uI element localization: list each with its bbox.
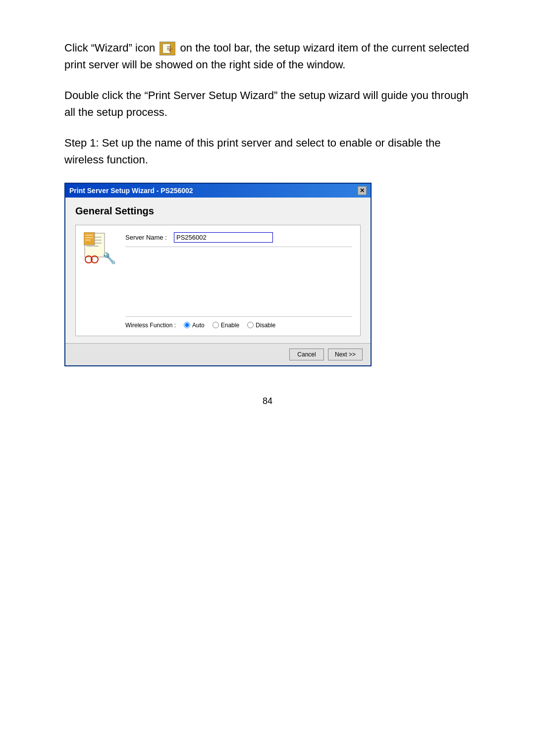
step1-label: Step 1: Set up the name of this print se… [64, 137, 440, 166]
dialog-title: Print Server Setup Wizard - PS256002 [69, 187, 193, 195]
wireless-auto-radio[interactable] [184, 322, 190, 328]
dialog-icon-area: 🔧 [84, 232, 118, 329]
icon-arrow: ↙ [168, 45, 173, 54]
wizard-toolbar-icon: ↙ [160, 42, 175, 55]
dialog-inner-panel: 🔧 Server Name : [75, 225, 361, 336]
instruction-para1: Click “Wizard” icon ↙ on the tool bar, t… [64, 40, 471, 73]
wireless-disable-label: Disable [256, 322, 275, 329]
server-name-row: Server Name : [125, 232, 352, 247]
cancel-button[interactable]: Cancel [289, 349, 324, 360]
dialog-section-title: General Settings [75, 205, 361, 217]
wireless-function-row: Wireless Function : Auto Enable Disable [125, 316, 352, 329]
print-server-icon: 🔧 [84, 232, 116, 264]
dialog-form-area: Server Name : Wireless Function : Auto [125, 232, 352, 329]
next-button[interactable]: Next >> [328, 349, 363, 360]
wireless-enable-label: Enable [221, 322, 239, 329]
para2-text: Double click the “Print Server Setup Wiz… [64, 89, 469, 118]
page-content: Click “Wizard” icon ↙ on the tool bar, t… [54, 0, 481, 436]
wireless-auto-label: Auto [192, 322, 205, 329]
svg-text:🔧: 🔧 [103, 252, 116, 264]
dialog-titlebar: Print Server Setup Wizard - PS256002 ✕ [65, 184, 371, 198]
step1-text: Step 1: Set up the name of this print se… [64, 135, 471, 168]
wireless-enable-radio[interactable] [213, 322, 219, 328]
instruction-para2: Double click the “Print Server Setup Wiz… [64, 87, 471, 121]
form-spacer [125, 252, 352, 311]
dialog-footer: Cancel Next >> [65, 343, 371, 365]
server-name-label: Server Name : [125, 234, 170, 241]
wireless-label: Wireless Function : [125, 322, 176, 329]
ps-icon-svg: 🔧 [84, 232, 116, 264]
close-icon: ✕ [360, 187, 365, 194]
server-name-input[interactable] [174, 232, 273, 243]
wireless-disable-option[interactable]: Disable [247, 322, 275, 329]
wireless-disable-radio[interactable] [247, 322, 254, 328]
para1-prefix-text: Click “Wizard” icon [64, 42, 155, 54]
dialog-close-button[interactable]: ✕ [358, 186, 367, 195]
setup-wizard-dialog: Print Server Setup Wizard - PS256002 ✕ G… [64, 183, 372, 366]
dialog-body: General Settings [65, 198, 371, 343]
wireless-enable-option[interactable]: Enable [213, 322, 239, 329]
page-number: 84 [64, 396, 471, 406]
wireless-auto-option[interactable]: Auto [184, 322, 205, 329]
svg-rect-5 [84, 232, 95, 245]
